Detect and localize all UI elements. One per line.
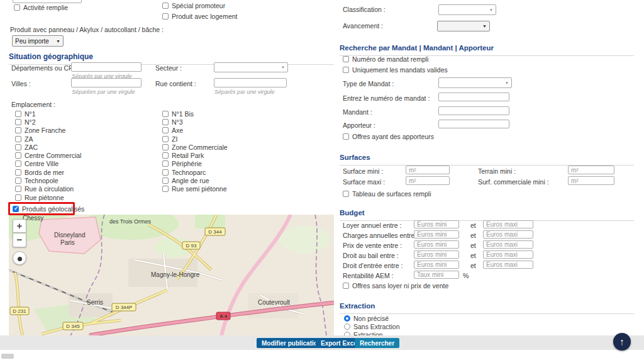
checkbox-icon[interactable] <box>162 127 169 133</box>
emplacement-checkbox[interactable]: Centre Ville <box>15 160 81 168</box>
surf-commerciale-mini-input[interactable] <box>568 176 614 185</box>
budget-max-input[interactable] <box>483 261 533 269</box>
emplacement-checkbox[interactable]: Technoparc <box>162 168 228 176</box>
checkbox-icon[interactable] <box>162 152 169 159</box>
checkbox-icon[interactable] <box>15 194 21 201</box>
surface-mini-input[interactable] <box>406 166 450 174</box>
checkbox-activite-remplie[interactable]: Activité remplie <box>14 4 68 11</box>
checkbox-mandats-valides[interactable]: Uniquement les mandats valides <box>343 66 448 74</box>
checkbox-produits-geolocalises[interactable]: Produits géolocalisés <box>13 205 84 213</box>
checkbox-icon[interactable] <box>15 127 21 133</box>
budget-min-input[interactable] <box>414 250 459 259</box>
road-shield-label: D 344P <box>116 305 133 310</box>
checkbox-icon[interactable] <box>15 169 21 176</box>
truncated-input[interactable] <box>13 0 82 3</box>
emplacement-checkbox[interactable]: Retail Park <box>162 151 228 159</box>
emplacement-checkbox[interactable]: Bords de mer <box>15 168 81 176</box>
checkbox-icon[interactable] <box>15 177 21 184</box>
checkbox-icon[interactable] <box>162 160 169 167</box>
budget-max-input[interactable] <box>483 250 533 259</box>
checkbox-icon[interactable] <box>343 56 349 62</box>
secteur-select[interactable]: ▼ <box>214 62 288 72</box>
checkbox-icon[interactable] <box>162 111 169 117</box>
emplacement-checkbox[interactable]: Zone Franche <box>15 127 81 135</box>
checkbox-icon[interactable] <box>15 160 21 167</box>
checkbox-icon[interactable] <box>162 119 169 125</box>
numero-mandat-input[interactable] <box>438 93 509 101</box>
departements-input[interactable] <box>71 62 142 72</box>
budget-max-input[interactable] <box>483 220 533 228</box>
checkbox-checked-icon[interactable] <box>13 206 19 212</box>
emplacement-checkbox[interactable]: N°1 <box>15 110 81 118</box>
emplacement-checkbox[interactable]: Périphérie <box>162 160 228 168</box>
checkbox-offres-apporteurs[interactable]: Offres ayant des apporteurs <box>343 133 434 140</box>
emplacement-checkbox[interactable]: Rue à circulation <box>15 185 81 193</box>
classification-select[interactable]: ▼ <box>438 4 496 15</box>
checkbox-icon[interactable] <box>15 119 21 125</box>
checkbox-icon[interactable] <box>15 144 21 150</box>
budget-max-input[interactable] <box>483 240 533 249</box>
emplacement-checkbox[interactable]: Rue semi piétonne <box>162 185 228 193</box>
checkbox-icon[interactable] <box>15 152 21 159</box>
checkbox-icon[interactable] <box>14 4 20 11</box>
rechercher-button[interactable]: Rechercher <box>355 338 399 348</box>
budget-min-input[interactable] <box>414 220 459 228</box>
radio-icon[interactable] <box>344 323 350 330</box>
checkbox-icon[interactable] <box>162 3 169 9</box>
budget-min-input[interactable] <box>414 240 459 249</box>
villes-input[interactable] <box>71 78 142 87</box>
type-mandat-select[interactable]: ▼ <box>438 77 512 88</box>
emplacement-checkbox[interactable]: ZI <box>162 135 228 143</box>
emplacement-checkbox[interactable]: N°2 <box>15 118 81 126</box>
checkbox-icon[interactable] <box>162 136 169 142</box>
checkbox-icon[interactable] <box>343 67 349 73</box>
emplacement-checkbox[interactable]: Centre Commercial <box>15 151 81 159</box>
checkbox-produit-logement[interactable]: Produit avec logement <box>162 13 237 20</box>
emplacement-checkbox[interactable]: Technopole <box>15 176 81 184</box>
terrain-mini-input[interactable] <box>568 166 614 174</box>
checkbox-offres-sans-loyer[interactable]: Offres sans loyer ni prix de vente <box>343 282 448 290</box>
emplacement-checkbox[interactable]: Axe <box>162 127 228 135</box>
map-zoom-out-button[interactable]: − <box>13 233 26 247</box>
emplacement-checkbox[interactable]: Rue piétonne <box>15 193 81 201</box>
apporteur-input[interactable] <box>438 120 509 128</box>
emplacement-checkbox[interactable]: Angle de rue <box>162 176 228 184</box>
rentabilite-input[interactable] <box>414 271 459 279</box>
checkbox-icon[interactable] <box>162 13 169 20</box>
checkbox-icon[interactable] <box>15 186 21 192</box>
checkbox-icon[interactable] <box>15 136 21 142</box>
surface-maxi-input[interactable] <box>406 176 450 185</box>
emplacement-checkbox[interactable]: ZAC <box>15 143 81 151</box>
radio-non-precise[interactable]: Non précisé <box>344 315 389 322</box>
rue-contient-input[interactable] <box>214 78 287 87</box>
checkbox-numero-mandat-rempli[interactable]: Numéro de mandat rempli <box>343 55 428 63</box>
checkbox-icon[interactable] <box>162 186 169 192</box>
checkbox-icon[interactable] <box>162 177 169 184</box>
checkbox-icon[interactable] <box>162 169 169 176</box>
radio-sans-extraction[interactable]: Sans Extraction <box>344 323 400 330</box>
checkbox-icon[interactable] <box>343 283 349 289</box>
emplacement-checkbox[interactable]: Zone Commerciale <box>162 143 228 151</box>
budget-min-input[interactable] <box>414 230 459 239</box>
scroll-to-top-button[interactable]: ↑ <box>613 333 631 351</box>
map-geolocate-button[interactable] <box>13 251 26 265</box>
checkbox-icon[interactable] <box>343 133 349 140</box>
checkbox-icon[interactable] <box>343 191 349 197</box>
radio-selected-icon[interactable] <box>344 315 350 322</box>
emplacement-checkbox[interactable]: ZA <box>15 135 81 143</box>
avancement-select[interactable]: ▼ <box>437 21 490 31</box>
checkbox-label: ZA <box>25 135 33 143</box>
emplacement-checkbox[interactable]: N°3 <box>162 118 228 126</box>
checkbox-tableau-surfaces[interactable]: Tableau de surfaces rempli <box>343 190 431 198</box>
emplacement-checkbox[interactable]: N°1 Bis <box>162 110 228 118</box>
mandant-input[interactable] <box>438 106 509 115</box>
panneau-select[interactable]: Peu importe ▼ <box>12 35 64 47</box>
map-zoom-in-button[interactable]: + <box>13 219 26 233</box>
map[interactable]: D 344 D 93 D 344P D 231 D 345 A 4 Chessy… <box>9 215 334 335</box>
checkbox-icon[interactable] <box>15 111 21 117</box>
budget-row-label: Loyer annuel entre : <box>343 222 401 229</box>
budget-max-input[interactable] <box>483 230 533 239</box>
checkbox-icon[interactable] <box>162 144 169 150</box>
budget-min-input[interactable] <box>414 261 459 269</box>
checkbox-special-promoteur[interactable]: Spécial promoteur <box>162 2 225 9</box>
